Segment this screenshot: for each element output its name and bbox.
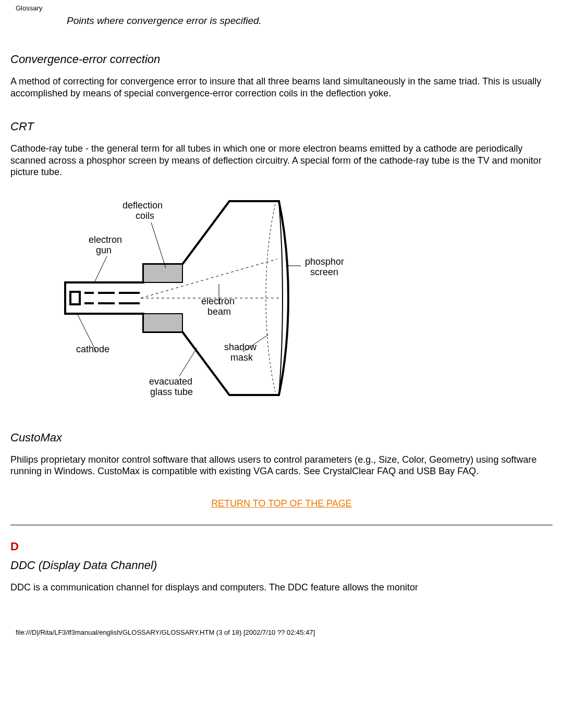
glossary-entry-convergence-error-correction: Convergence-error correction A method of… [10,53,553,99]
letter-heading-d: D [10,540,553,553]
svg-line-15 [179,348,197,376]
svg-line-9 [151,223,166,268]
figure-caption: Points where convergence error is specif… [67,15,553,27]
svg-text:coils: coils [136,211,154,221]
glossary-entry-crt: CRT Cathode-ray tube - the general term … [10,120,553,410]
glossary-entry-ddc: DDC (Display Data Channel) DDC is a comm… [10,559,553,594]
label-cathode: cathode [76,344,109,354]
svg-text:gun: gun [96,245,112,255]
label-deflection-coils: deflection [123,200,163,211]
footer-file-path: file:///D|/Rita/LF3/lf3manual/english/GL… [10,614,553,643]
glossary-entry-customax: CustoMax Philips proprietary monitor con… [10,431,553,477]
label-evacuated-glass-tube: evacuated [149,376,192,387]
label-shadow-mask: shadow [224,342,257,352]
label-phosphor-screen: phosphor [305,256,344,267]
svg-text:glass tube: glass tube [150,387,193,397]
svg-text:screen: screen [310,267,338,277]
term-title: DDC (Display Data Channel) [10,559,553,572]
term-definition: DDC is a communication channel for displ… [10,582,553,594]
term-definition: A method of correcting for convergence e… [10,76,553,99]
divider [10,525,553,525]
label-electron-gun: electron [89,235,122,245]
svg-text:beam: beam [207,306,231,317]
term-definition: Philips proprietary monitor control soft… [10,454,553,477]
svg-line-10 [95,256,107,281]
term-title: CustoMax [10,431,553,445]
crt-diagram: deflection coils electron gun phosphor s… [42,189,553,410]
term-title: Convergence-error correction [10,53,553,66]
breadcrumb: Glossary [10,0,553,15]
svg-text:mask: mask [230,352,253,363]
label-electron-beam: electron [201,296,235,306]
term-definition: Cathode-ray tube - the general term for … [10,143,553,178]
term-title: CRT [10,120,553,133]
return-to-top-link[interactable]: RETURN TO TOP OF THE PAGE [211,498,352,509]
